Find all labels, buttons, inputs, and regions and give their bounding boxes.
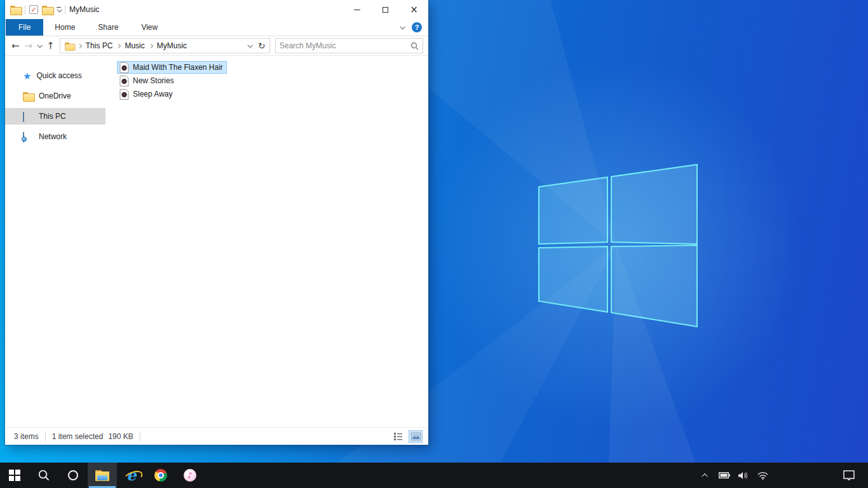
sidebar-item-label: OneDrive bbox=[39, 92, 71, 100]
expand-ribbon-icon[interactable] bbox=[400, 24, 405, 29]
navigation-pane: ★ Quick access OneDrive This PC Network bbox=[5, 56, 105, 427]
title-bar[interactable]: ✓ MyMusic × bbox=[5, 0, 428, 19]
ribbon-tab-bar: File Home Share View ? bbox=[5, 19, 428, 36]
details-view-icon bbox=[394, 433, 402, 440]
up-button[interactable]: ↑ bbox=[46, 41, 55, 51]
navigation-bar: ← → ↑ This PC Music MyMusic ↻ bbox=[5, 36, 428, 56]
file-row-new-stories[interactable]: New Stories bbox=[117, 74, 178, 87]
itunes-icon: ♪ bbox=[184, 469, 196, 482]
large-icons-view-button[interactable] bbox=[409, 431, 422, 442]
file-explorer-window: ✓ MyMusic × File Home Share View ? ← → ↑ bbox=[5, 0, 428, 445]
tab-file[interactable]: File bbox=[6, 19, 43, 36]
minimize-icon bbox=[354, 10, 360, 10]
close-button[interactable]: × bbox=[400, 0, 428, 19]
onedrive-folder-icon bbox=[23, 92, 34, 100]
sidebar-item-this-pc[interactable]: This PC bbox=[5, 108, 105, 125]
file-name: Sleep Away bbox=[133, 90, 173, 98]
chrome-icon bbox=[154, 469, 167, 482]
taskbar: e ♪ bbox=[0, 463, 868, 488]
action-center-button[interactable] bbox=[841, 463, 857, 488]
separator bbox=[140, 431, 140, 442]
windows-start-icon bbox=[9, 470, 20, 481]
file-list: Maid With The Flaxen Hair New Stories bbox=[105, 56, 428, 427]
taskbar-search-button[interactable] bbox=[29, 463, 58, 488]
window-title: MyMusic bbox=[69, 5, 99, 14]
breadcrumb-this-pc[interactable]: This PC bbox=[85, 41, 114, 50]
forward-button[interactable]: → bbox=[25, 41, 33, 51]
new-folder-icon[interactable] bbox=[42, 6, 53, 14]
ribbon-right-controls: ? bbox=[400, 19, 428, 36]
internet-explorer-icon: e bbox=[126, 468, 136, 483]
taskbar-file-explorer-button[interactable] bbox=[88, 463, 117, 488]
file-row-sleep-away[interactable]: Sleep Away bbox=[117, 88, 177, 100]
audio-file-icon bbox=[119, 62, 129, 73]
audio-file-icon bbox=[119, 89, 129, 100]
separator bbox=[25, 5, 25, 14]
file-name: Maid With The Flaxen Hair bbox=[133, 63, 223, 72]
sidebar-item-network[interactable]: Network bbox=[5, 128, 105, 145]
volume-indicator[interactable] bbox=[736, 463, 751, 488]
tab-home[interactable]: Home bbox=[43, 19, 86, 36]
breadcrumb-chevron-icon[interactable] bbox=[78, 43, 82, 48]
sidebar-item-label: Network bbox=[39, 132, 67, 141]
file-explorer-icon bbox=[95, 470, 109, 481]
cortana-button[interactable] bbox=[58, 463, 88, 488]
chevron-up-icon bbox=[702, 473, 708, 479]
taskbar-itunes-button[interactable]: ♪ bbox=[175, 463, 205, 488]
search-icon[interactable] bbox=[410, 42, 419, 50]
battery-indicator[interactable] bbox=[717, 463, 732, 488]
computer-monitor-icon bbox=[23, 112, 34, 121]
breadcrumb-chevron-icon[interactable] bbox=[116, 43, 121, 48]
item-count: 3 items bbox=[14, 432, 39, 441]
file-row-maid-with-the-flaxen-hair[interactable]: Maid With The Flaxen Hair bbox=[117, 61, 227, 74]
explorer-content: ★ Quick access OneDrive This PC Network bbox=[5, 56, 428, 427]
wifi-icon bbox=[757, 471, 768, 480]
network-icon bbox=[23, 133, 34, 141]
details-view-button[interactable] bbox=[391, 431, 404, 442]
address-bar[interactable]: This PC Music MyMusic ↻ bbox=[60, 38, 270, 53]
audio-file-icon bbox=[119, 76, 129, 86]
volume-icon bbox=[738, 471, 749, 480]
hidden-icons-button[interactable] bbox=[698, 463, 713, 488]
maximize-button[interactable] bbox=[371, 0, 400, 19]
quick-access-toolbar: ✓ bbox=[5, 5, 65, 14]
refresh-icon[interactable]: ↻ bbox=[258, 41, 266, 50]
window-controls: × bbox=[342, 0, 428, 19]
tab-view[interactable]: View bbox=[130, 19, 169, 36]
recent-locations-chevron-icon[interactable] bbox=[37, 43, 43, 48]
sidebar-item-quick-access[interactable]: ★ Quick access bbox=[5, 67, 105, 84]
help-icon[interactable]: ? bbox=[412, 22, 422, 32]
system-tray bbox=[698, 463, 868, 488]
breadcrumb-music[interactable]: Music bbox=[123, 41, 146, 50]
properties-icon[interactable]: ✓ bbox=[29, 5, 38, 14]
address-folder-icon bbox=[65, 42, 74, 49]
file-name: New Stories bbox=[133, 76, 174, 85]
taskbar-internet-explorer-button[interactable]: e bbox=[117, 463, 146, 488]
breadcrumb-mymusic[interactable]: MyMusic bbox=[156, 41, 188, 50]
cortana-icon bbox=[68, 470, 78, 480]
customize-quick-access-icon[interactable] bbox=[57, 7, 61, 13]
start-button[interactable] bbox=[0, 463, 29, 488]
search-input[interactable] bbox=[280, 41, 410, 50]
close-icon: × bbox=[410, 5, 418, 15]
window-folder-icon bbox=[10, 6, 21, 14]
large-icons-view-icon bbox=[411, 433, 421, 440]
minimize-button[interactable] bbox=[342, 0, 371, 19]
quick-access-star-icon: ★ bbox=[23, 71, 31, 81]
selection-count: 1 item selected bbox=[52, 432, 104, 441]
tab-share[interactable]: Share bbox=[86, 19, 130, 36]
action-center-icon bbox=[843, 470, 855, 480]
breadcrumb-chevron-icon[interactable] bbox=[149, 43, 153, 48]
address-dropdown-icon[interactable] bbox=[247, 43, 252, 48]
taskbar-chrome-button[interactable] bbox=[146, 463, 175, 488]
search-box[interactable] bbox=[275, 38, 423, 53]
sidebar-item-label: This PC bbox=[39, 112, 66, 121]
battery-icon bbox=[719, 472, 730, 478]
wifi-indicator[interactable] bbox=[755, 463, 770, 488]
search-icon bbox=[38, 470, 50, 481]
maximize-icon bbox=[383, 7, 388, 13]
status-bar: 3 items 1 item selected 190 KB bbox=[5, 427, 428, 445]
back-button[interactable]: ← bbox=[11, 41, 20, 51]
sidebar-item-onedrive[interactable]: OneDrive bbox=[5, 88, 105, 104]
separator bbox=[45, 431, 46, 442]
